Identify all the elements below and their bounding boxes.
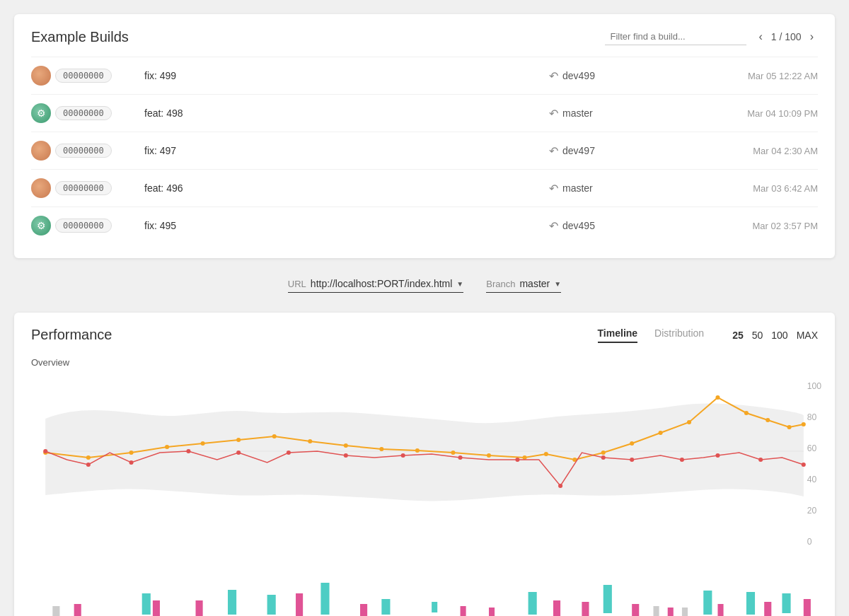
- svg-rect-74: [52, 606, 59, 616]
- svg-rect-58: [746, 592, 755, 615]
- tab-timeline[interactable]: Timeline: [598, 327, 638, 343]
- svg-rect-52: [320, 583, 329, 615]
- svg-rect-56: [603, 585, 612, 613]
- svg-point-46: [715, 453, 720, 458]
- builds-header: Example Builds ‹ 1 / 100 ›: [31, 28, 818, 45]
- svg-point-13: [272, 434, 277, 438]
- build-date: Mar 05 12:22 AM: [691, 71, 818, 81]
- build-id-cell: 00000000: [31, 66, 144, 86]
- perf-size-buttons: 25 50 100 MAX: [732, 330, 818, 341]
- branch-icon: ↶: [549, 69, 558, 83]
- branch-icon: ↶: [549, 182, 558, 195]
- branch-selector[interactable]: Branch master ▼: [486, 278, 561, 293]
- svg-text:60: 60: [807, 443, 817, 453]
- svg-point-20: [522, 455, 526, 460]
- svg-rect-76: [682, 608, 688, 616]
- svg-rect-68: [582, 602, 589, 616]
- branch-name: master: [562, 182, 593, 194]
- perf-tabs: Timeline Distribution: [598, 327, 705, 343]
- build-id-badge: 00000000: [55, 181, 112, 195]
- perf-header: Performance Timeline Distribution 25 50 …: [31, 327, 818, 343]
- svg-rect-61: [153, 600, 160, 616]
- svg-text:20: 20: [807, 506, 817, 516]
- build-message: feat: 498: [144, 107, 549, 119]
- svg-point-11: [201, 441, 205, 446]
- performance-chart: 100 80 60 40 20 0: [31, 376, 818, 574]
- tab-distribution[interactable]: Distribution: [654, 327, 704, 343]
- build-date: Mar 04 10:09 PM: [691, 108, 818, 119]
- branch-icon: ↶: [549, 107, 558, 120]
- svg-point-36: [236, 451, 241, 455]
- svg-point-27: [715, 395, 720, 400]
- svg-rect-59: [782, 593, 790, 613]
- svg-rect-49: [142, 593, 151, 615]
- size-btn-100[interactable]: 100: [771, 330, 787, 341]
- url-selector[interactable]: URL http://localhost:PORT/index.html ▼: [288, 278, 463, 293]
- svg-point-33: [86, 463, 91, 467]
- size-btn-max[interactable]: MAX: [797, 330, 818, 341]
- table-row[interactable]: 00000000 fix: 499 ↶ dev499 Mar 05 12:22 …: [31, 57, 818, 94]
- svg-point-38: [344, 453, 348, 458]
- svg-rect-65: [461, 606, 466, 616]
- table-row[interactable]: 00000000 feat: 498 ↶ master Mar 04 10:09…: [31, 94, 818, 132]
- svg-point-19: [487, 453, 491, 458]
- build-date: Mar 02 3:57 PM: [691, 221, 818, 231]
- svg-point-16: [379, 447, 383, 451]
- build-id-cell: 00000000: [31, 216, 144, 236]
- next-page-button[interactable]: ›: [806, 29, 818, 45]
- svg-point-42: [558, 484, 562, 488]
- build-message: feat: 496: [144, 182, 549, 194]
- prev-page-button[interactable]: ‹: [755, 29, 767, 45]
- table-row[interactable]: 00000000 fix: 495 ↶ dev495 Mar 02 3:57 P…: [31, 207, 818, 244]
- svg-rect-64: [360, 604, 367, 616]
- url-branch-bar: URL http://localhost:PORT/index.html ▼ B…: [14, 272, 835, 298]
- branch-value: master: [519, 278, 550, 289]
- build-date: Mar 03 6:42 AM: [691, 183, 818, 194]
- overview-label: Overview: [31, 357, 818, 368]
- url-label: URL: [288, 279, 306, 289]
- branch-name: dev497: [562, 145, 595, 156]
- avatar: [31, 216, 51, 236]
- branch-label: Branch: [486, 279, 515, 289]
- svg-rect-63: [296, 593, 303, 616]
- svg-text:0: 0: [807, 537, 812, 547]
- build-id-cell: 00000000: [31, 178, 144, 198]
- svg-rect-67: [553, 600, 560, 616]
- branch-dropdown-arrow: ▼: [554, 280, 561, 288]
- svg-point-43: [601, 455, 606, 460]
- builds-controls: ‹ 1 / 100 ›: [605, 28, 818, 45]
- svg-text:100: 100: [807, 381, 822, 391]
- svg-point-35: [186, 449, 190, 453]
- svg-rect-57: [703, 591, 712, 615]
- filter-input[interactable]: [605, 28, 746, 45]
- perf-title: Performance: [31, 327, 598, 343]
- svg-point-45: [680, 458, 684, 462]
- build-message: fix: 499: [144, 70, 549, 81]
- table-row[interactable]: 00000000 fix: 497 ↶ dev497 Mar 04 2:30 A…: [31, 132, 818, 169]
- avatar: [31, 178, 51, 198]
- table-row[interactable]: 00000000 feat: 496 ↶ master Mar 03 6:42 …: [31, 169, 818, 207]
- svg-point-15: [344, 443, 348, 448]
- svg-rect-72: [764, 602, 771, 616]
- svg-rect-69: [632, 604, 639, 616]
- svg-point-18: [451, 451, 455, 455]
- build-id-cell: 00000000: [31, 103, 144, 123]
- svg-point-39: [401, 453, 405, 458]
- avatar: [31, 103, 51, 123]
- build-id-badge: 00000000: [55, 106, 112, 120]
- svg-point-28: [744, 411, 749, 415]
- build-branch-cell: ↶ dev497: [549, 144, 691, 158]
- svg-point-25: [659, 431, 663, 435]
- size-btn-50[interactable]: 50: [752, 330, 763, 341]
- builds-list: 00000000 fix: 499 ↶ dev499 Mar 05 12:22 …: [31, 57, 818, 244]
- build-id-badge: 00000000: [55, 69, 112, 83]
- avatar: [31, 141, 51, 161]
- svg-point-8: [86, 455, 91, 460]
- branch-icon: ↶: [549, 144, 558, 158]
- size-btn-25[interactable]: 25: [732, 330, 744, 341]
- svg-rect-51: [267, 595, 276, 615]
- build-date: Mar 04 2:30 AM: [691, 146, 818, 156]
- build-id-cell: 00000000: [31, 141, 144, 161]
- build-branch-cell: ↶ dev495: [549, 219, 691, 233]
- svg-rect-66: [489, 608, 495, 616]
